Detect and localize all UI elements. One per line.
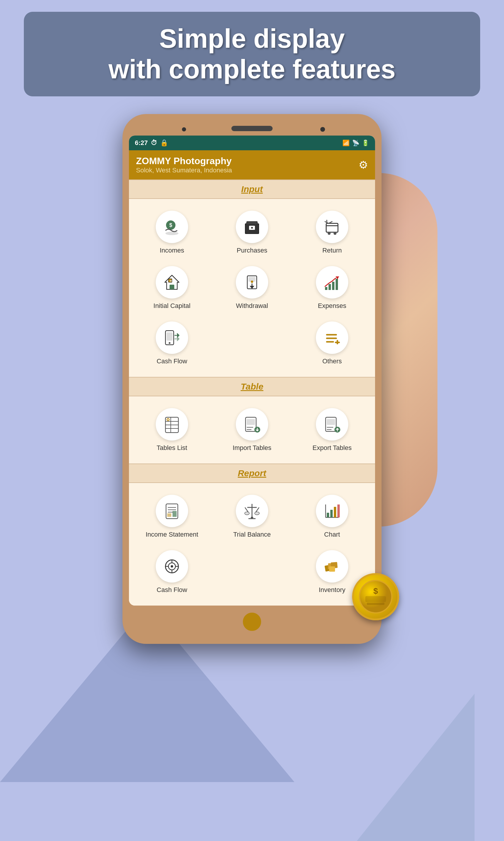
app-subtitle: Solok, West Sumatera, Indonesia [136, 167, 232, 174]
bg-decoration-2 [357, 694, 474, 841]
table-section-header: Table [129, 377, 375, 396]
battery-icon: 🔋 [362, 139, 369, 147]
expenses-label: Expenses [318, 302, 346, 310]
svg-point-66 [245, 512, 249, 515]
inventory-icon [316, 550, 348, 583]
svg-rect-73 [330, 510, 333, 517]
expenses-icon [316, 266, 348, 298]
expenses-button[interactable]: Expenses [292, 260, 372, 315]
withdrawal-label: Withdrawal [236, 302, 268, 310]
timer-icon: ⏱ [151, 139, 157, 147]
report-icon-grid: Income Statement [129, 483, 375, 605]
trial-balance-icon [236, 495, 268, 527]
wifi-icon: 📶 [342, 139, 350, 147]
header-banner: Simple display with complete features [24, 12, 480, 96]
incomes-label: Incomes [160, 247, 184, 254]
export-tables-button[interactable]: Export Tables [292, 402, 372, 458]
svg-rect-25 [167, 332, 173, 341]
inventory-label: Inventory [319, 586, 346, 594]
svg-rect-19 [325, 287, 327, 290]
others-button[interactable]: Others [292, 315, 372, 371]
withdrawal-icon [236, 266, 268, 298]
settings-icon[interactable]: ⚙ [359, 159, 368, 171]
camera-right [320, 127, 325, 132]
svg-point-9 [328, 232, 330, 235]
svg-rect-75 [337, 504, 340, 517]
phone-speaker [231, 126, 273, 131]
svg-rect-90 [367, 603, 384, 605]
svg-rect-89 [365, 596, 386, 602]
table-icon-grid: Tables List Import [129, 396, 375, 464]
return-icon [316, 211, 348, 243]
cash-flow-input-label: Cash Flow [157, 357, 187, 365]
phone-screen: 6:27 ⏱ 🔒 📶 📡 🔋 ZOMMY Photography Solok, … [129, 136, 375, 605]
import-tables-label: Import Tables [233, 444, 271, 452]
svg-marker-17 [250, 286, 254, 289]
header-line2: with complete features [108, 54, 395, 84]
income-statement-icon [156, 495, 188, 527]
svg-point-18 [251, 280, 253, 283]
app-title-block: ZOMMY Photography Solok, West Sumatera, … [136, 156, 232, 174]
svg-text:$: $ [169, 222, 172, 228]
return-button[interactable]: Return [292, 205, 372, 260]
camera-left [182, 127, 186, 132]
initial-capital-icon [156, 266, 188, 298]
svg-point-67 [255, 512, 259, 515]
report-section-header: Report [129, 464, 375, 483]
cash-flow-report-icon [156, 550, 188, 583]
svg-rect-74 [334, 507, 336, 517]
tables-list-icon [156, 408, 188, 441]
income-statement-button[interactable]: Income Statement [132, 489, 212, 544]
withdrawal-button[interactable]: Withdrawal [212, 260, 292, 315]
income-statement-label: Income Statement [146, 531, 198, 538]
phone-frame: 6:27 ⏱ 🔒 📶 📡 🔋 ZOMMY Photography Solok, … [123, 114, 381, 644]
initial-capital-label: Initial Capital [154, 302, 191, 310]
svg-rect-41 [247, 419, 255, 425]
header-title: Simple display with complete features [41, 23, 463, 85]
svg-rect-48 [327, 419, 335, 425]
phone-wrapper: 6:27 ⏱ 🔒 📶 📡 🔋 ZOMMY Photography Solok, … [90, 114, 414, 644]
svg-rect-8 [326, 223, 338, 232]
initial-capital-button[interactable]: Initial Capital [132, 260, 212, 315]
incomes-icon: $ [156, 211, 188, 243]
svg-rect-12 [169, 285, 174, 289]
purchases-button[interactable]: Purchases [212, 205, 292, 260]
cash-flow-report-button[interactable]: Cash Flow [132, 544, 212, 600]
lock-icon: 🔒 [160, 139, 168, 147]
cash-flow-report-label: Cash Flow [157, 586, 187, 594]
others-label: Others [322, 357, 342, 365]
phone-top [129, 123, 375, 136]
status-right: 📶 📡 🔋 [342, 139, 369, 147]
input-section-header: Input [129, 179, 375, 199]
header-line1: Simple display [159, 24, 345, 53]
svg-text:$: $ [373, 586, 378, 596]
trial-balance-button[interactable]: Trial Balance [212, 489, 292, 544]
home-button[interactable] [242, 612, 262, 632]
status-left: 6:27 ⏱ 🔒 [135, 139, 168, 147]
svg-point-7 [251, 227, 253, 229]
incomes-button[interactable]: $ Incomes [132, 205, 212, 260]
coin-svg: $ [358, 579, 393, 614]
svg-rect-58 [167, 513, 171, 517]
export-tables-label: Export Tables [313, 444, 352, 452]
tables-list-button[interactable]: Tables List [132, 402, 212, 458]
trial-balance-label: Trial Balance [233, 531, 271, 538]
svg-rect-21 [332, 282, 335, 290]
chart-button[interactable]: Chart [292, 489, 372, 544]
coin-decoration: $ [352, 573, 399, 620]
cash-flow-input-button[interactable]: Cash Flow [132, 315, 212, 371]
status-bar: 6:27 ⏱ 🔒 📶 📡 🔋 [129, 136, 375, 150]
svg-point-10 [334, 232, 337, 235]
table-section-title: Table [240, 382, 263, 391]
others-icon [316, 322, 348, 354]
input-section-title: Input [241, 184, 263, 194]
export-tables-icon [316, 408, 348, 441]
svg-rect-86 [329, 566, 335, 572]
input-icon-grid: $ Incomes [129, 199, 375, 377]
svg-rect-72 [327, 513, 329, 517]
import-tables-button[interactable]: Import Tables [212, 402, 292, 458]
svg-point-78 [171, 565, 173, 568]
return-label: Return [322, 247, 342, 254]
tables-list-label: Tables List [157, 444, 187, 452]
chart-label: Chart [324, 531, 340, 538]
